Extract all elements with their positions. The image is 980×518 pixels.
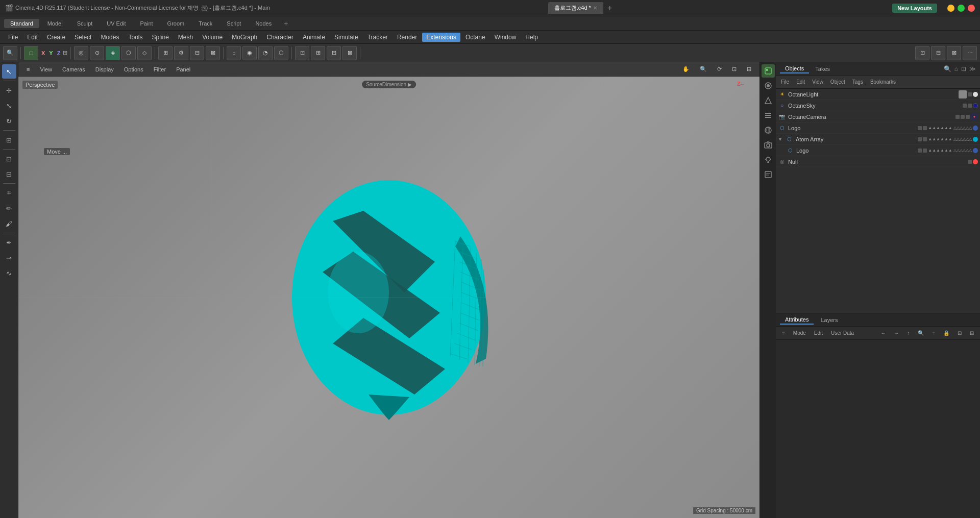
menu-select[interactable]: Select (70, 33, 95, 42)
close-btn[interactable] (968, 5, 975, 12)
vp-fullscreen-btn[interactable]: ⊡ (728, 65, 741, 73)
obj-row-atomarray[interactable]: ▼ ⬡ Atom Array ▲▲▲▲▲▲ △△△△△△ (776, 134, 980, 145)
view-more-btn[interactable]: ⋯ (963, 46, 977, 60)
octanelight-vis-btn[interactable] (959, 90, 967, 98)
layout-tab-script[interactable]: Script (220, 19, 247, 28)
obj-row-octanelight[interactable]: ☀ OctaneLight (776, 89, 980, 100)
vp-cameras-btn[interactable]: Cameras (58, 65, 89, 73)
objects-home-icon[interactable]: ⌂ (954, 65, 958, 72)
attr-tb-more2[interactable]: ⊟ (967, 329, 977, 337)
vp-filter-btn[interactable]: Filter (150, 65, 170, 73)
render-anim-btn[interactable]: ⊠ (342, 46, 357, 60)
search-tool-btn[interactable]: 🔍 (3, 46, 17, 60)
snap-settings-btn[interactable]: ⚙ (174, 46, 188, 60)
paint2-tool-btn[interactable]: 🖌 (2, 216, 16, 231)
menu-spline[interactable]: Spline (148, 33, 173, 42)
obj-tb-view[interactable]: View (809, 78, 826, 86)
knife-tool-btn[interactable]: ∿ (2, 266, 16, 280)
menu-window[interactable]: Window (491, 33, 521, 42)
menu-create[interactable]: Create (43, 33, 69, 42)
attr-tb-lock[interactable]: 🔒 (940, 329, 952, 337)
menu-render[interactable]: Render (393, 33, 421, 42)
vp-display-btn[interactable]: Display (91, 65, 118, 73)
attr-tb-up[interactable]: ↑ (904, 329, 913, 337)
objects-tab-objects[interactable]: Objects (780, 64, 809, 73)
layout-tab-standard[interactable]: Standard (4, 19, 39, 28)
material-panel-icon[interactable] (762, 79, 775, 92)
menu-mograph[interactable]: MoGraph (228, 33, 261, 42)
select-tool-btn[interactable]: ↖ (2, 64, 16, 79)
obj-tb-edit[interactable]: Edit (793, 78, 808, 86)
layout-tab-add[interactable]: + (280, 18, 292, 29)
maximize-btn[interactable] (958, 5, 965, 12)
view-layout-btn[interactable]: ⊟ (931, 46, 945, 60)
objects-tab-takes[interactable]: Takes (810, 65, 835, 73)
model-mode-btn[interactable]: ⊡ (2, 152, 16, 166)
menu-octane[interactable]: Octane (461, 33, 489, 42)
view-type-btn[interactable]: ⊡ (915, 46, 929, 60)
camera-panel-icon[interactable] (762, 138, 775, 152)
render-vr-btn[interactable]: ⊟ (327, 46, 341, 60)
layout-tab-uv[interactable]: UV Edit (101, 19, 132, 28)
menu-mesh[interactable]: Mesh (174, 33, 197, 42)
grid-settings-btn[interactable]: ⊠ (206, 46, 220, 60)
render-btn[interactable]: ⬡ (121, 46, 136, 60)
layout-tab-nodes[interactable]: Nodes (249, 19, 278, 28)
menu-edit[interactable]: Edit (23, 33, 42, 42)
pen2-tool-btn[interactable]: ⊸ (2, 251, 16, 265)
transform-tool-btn[interactable]: ⊞ (2, 133, 16, 147)
obj-row-null[interactable]: ◎ Null (776, 156, 980, 167)
minimize-btn[interactable] (947, 5, 954, 12)
vp-panel-btn[interactable]: Panel (172, 65, 194, 73)
vp-menu-btn[interactable]: ≡ (22, 65, 34, 73)
rotate-tool-btn[interactable]: ↻ (2, 114, 16, 128)
layout-tab-model[interactable]: Model (41, 19, 69, 28)
objects-panel-icon[interactable] (762, 64, 775, 78)
layout-tab-sculpt[interactable]: Sculpt (71, 19, 99, 28)
obj-tb-bookmarks[interactable]: Bookmarks (867, 78, 899, 86)
menu-help[interactable]: Help (521, 33, 542, 42)
vp-expand-btn[interactable]: ⊞ (743, 65, 755, 73)
attr-tab-attributes[interactable]: Attributes (780, 315, 814, 325)
objects-search-icon[interactable]: 🔍 (944, 65, 951, 72)
menu-tracker[interactable]: Tracker (363, 33, 392, 42)
layout-tab-track[interactable]: Track (192, 19, 218, 28)
menu-extensions[interactable]: Extensions (422, 33, 460, 42)
atomarray-expand-icon[interactable]: ▼ (778, 137, 782, 142)
attr-tb-edit[interactable]: Edit (811, 329, 826, 337)
obj-row-octanesky[interactable]: ○ OctaneSky (776, 100, 980, 111)
attr-tb-fwd[interactable]: → (891, 329, 902, 337)
objects-more-icon[interactable]: ≫ (969, 65, 976, 72)
scene-panel-icon[interactable] (762, 94, 775, 107)
sculpt-tool-btn[interactable]: ⌗ (2, 186, 16, 200)
render-hardware-btn[interactable]: ⊡ (295, 46, 309, 60)
new-tab-btn[interactable]: + (605, 4, 614, 13)
obj-tb-file[interactable]: File (778, 78, 792, 86)
attr-tb-menu-btn[interactable]: ≡ (779, 329, 788, 337)
attr-tb-more1[interactable]: ⊡ (954, 329, 965, 337)
menu-character[interactable]: Character (262, 33, 298, 42)
vp-options-btn[interactable]: Options (120, 65, 148, 73)
vp-view-btn[interactable]: View (36, 65, 56, 73)
render-view-btn[interactable]: ◎ (74, 46, 88, 60)
render-active-btn[interactable]: ◈ (106, 46, 120, 60)
tab-close-btn[interactable]: ✕ (593, 5, 597, 11)
obj-row-octanecamera[interactable]: 📷 OctaneCamera ● (776, 111, 980, 122)
objects-expand-icon[interactable]: ⊡ (961, 65, 966, 72)
grid-btn[interactable]: ⊟ (190, 46, 204, 60)
arc-btn[interactable]: ◔ (258, 46, 273, 60)
viewport-canvas[interactable]: Perspective SourceDimension ▶ Move ... Z… (18, 77, 760, 518)
view-extra-btn[interactable]: ⊠ (947, 46, 961, 60)
radio-btn[interactable]: ◉ (242, 46, 257, 60)
light-panel-icon[interactable] (762, 153, 775, 166)
vp-reset-btn[interactable]: ⟳ (713, 65, 726, 73)
render-region-btn[interactable]: ⊙ (90, 46, 104, 60)
attr-tb-search[interactable]: 🔍 (915, 329, 927, 337)
pen-tool-btn[interactable]: ✒ (2, 235, 16, 250)
move-mode-btn[interactable]: □ (24, 46, 38, 60)
layout-tab-paint[interactable]: Paint (134, 19, 159, 28)
menu-volume[interactable]: Volume (198, 33, 227, 42)
render-settings-btn[interactable]: ◇ (137, 46, 152, 60)
attr-tb-userdata[interactable]: User Data (828, 329, 857, 337)
layer-panel-icon[interactable] (762, 109, 775, 122)
